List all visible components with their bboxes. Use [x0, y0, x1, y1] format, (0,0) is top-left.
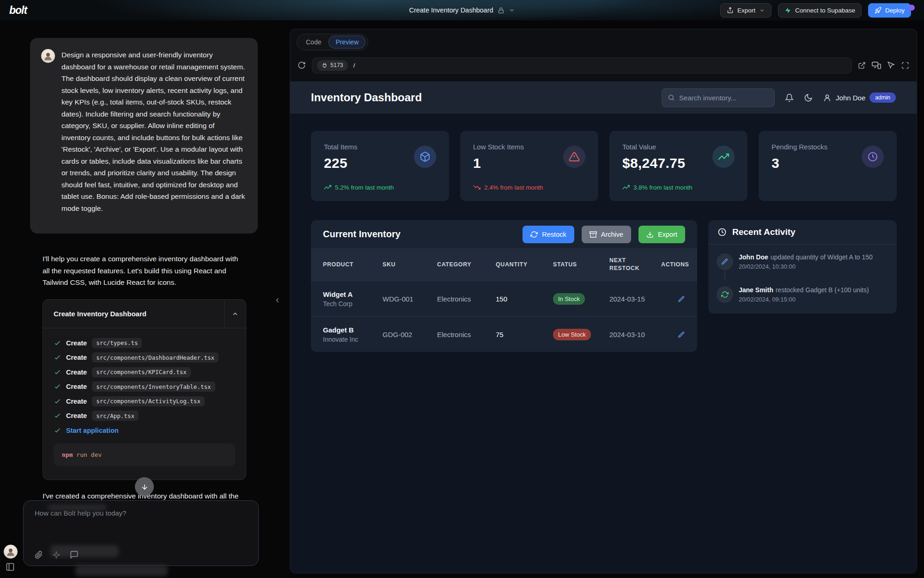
kpi-trend-text: 2.4% from last month — [484, 184, 543, 191]
step-file-chip[interactable]: src/components/KPICard.tsx — [92, 367, 191, 377]
bell-icon[interactable] — [785, 93, 794, 102]
inventory-table-header: PRODUCT SKU CATEGORY QUANTITY STATUS NEX… — [311, 248, 697, 281]
cell-quantity[interactable]: 75 — [496, 331, 553, 338]
activity-text: restocked Gadget B (+100 units) — [776, 286, 869, 294]
activity-header: Recent Activity — [708, 220, 897, 245]
reload-icon[interactable] — [298, 61, 306, 69]
check-icon — [54, 398, 61, 405]
topbar: bolt Create Inventory Dashboard Export C… — [0, 0, 924, 20]
external-link-icon[interactable] — [858, 61, 866, 69]
cell-quantity[interactable]: 150 — [496, 295, 553, 303]
activity-item: Jane Smith restocked Gadget B (+100 unit… — [717, 286, 869, 303]
check-icon — [54, 412, 61, 419]
product-name: Widget A — [323, 290, 383, 298]
url-bar[interactable]: 5173 / — [312, 57, 852, 74]
check-icon — [54, 354, 61, 361]
collapse-chat-button[interactable] — [274, 296, 281, 304]
chat-panel: Design a responsive and user-friendly in… — [0, 20, 289, 578]
export-button[interactable]: Export — [720, 3, 772, 18]
command-args: run dev — [76, 451, 102, 458]
url-path: / — [353, 62, 355, 69]
activity-time: 20/02/2024, 10:30:00 — [739, 263, 873, 270]
workflow-header: Create Inventory Dashboard — [43, 300, 246, 328]
product-name: Gadget B — [323, 326, 383, 334]
archive-button[interactable]: Archive — [582, 226, 631, 243]
role-badge: admin — [869, 92, 896, 103]
bolt-logo[interactable]: bolt — [9, 4, 27, 17]
search-input[interactable] — [679, 94, 762, 102]
cell-sku: GDG-002 — [383, 331, 437, 338]
redacted-blob — [48, 504, 107, 510]
topbar-actions: Export Connect to Supabase Deploy — [720, 3, 911, 18]
devices-icon[interactable] — [872, 61, 881, 70]
kpi-trend: 2.4% from last month — [473, 184, 543, 191]
user-menu[interactable]: John Doe admin — [823, 92, 896, 103]
kpi-total-value: Total Value $8,247.75 3.8% from last mon… — [609, 131, 748, 201]
cursor-inspect-icon[interactable] — [887, 61, 895, 69]
collapse-workflow-button[interactable] — [224, 300, 246, 328]
chat-input-box[interactable] — [23, 500, 259, 566]
port-pill[interactable]: 5173 — [317, 60, 348, 71]
paperclip-icon[interactable] — [35, 551, 43, 559]
panel-left-icon[interactable] — [6, 562, 15, 572]
product-supplier: Innovate Inc — [323, 336, 383, 343]
command-binary: npm — [62, 451, 73, 458]
workflow-step-start: Start application — [43, 423, 246, 438]
connect-supabase-button[interactable]: Connect to Supabase — [778, 3, 862, 18]
workflow-step: Create src/components/ActivityLog.tsx — [43, 394, 246, 409]
scroll-to-bottom-button[interactable] — [135, 477, 154, 496]
step-file-chip[interactable]: src/components/InventoryTable.tsx — [92, 381, 215, 392]
tab-preview[interactable]: Preview — [328, 36, 365, 49]
edit-row-button[interactable] — [661, 330, 685, 338]
package-icon — [414, 146, 436, 168]
moon-icon[interactable] — [804, 93, 813, 102]
fullscreen-icon[interactable] — [901, 61, 909, 69]
col-category: CATEGORY — [437, 261, 496, 268]
refresh-icon — [717, 286, 733, 303]
export-inventory-button[interactable]: Export — [638, 226, 685, 243]
col-sku: SKU — [383, 261, 437, 268]
zap-icon — [784, 7, 791, 14]
step-file-chip[interactable]: src/types.ts — [92, 338, 142, 348]
archive-label: Archive — [601, 231, 623, 238]
step-action: Create — [66, 412, 87, 419]
supabase-label: Connect to Supabase — [795, 7, 855, 14]
step-file-chip[interactable]: src/components/DashboardHeader.tsx — [92, 352, 219, 363]
col-next-restock: NEXT RESTOCK — [609, 257, 642, 272]
current-inventory-card: Current Inventory Restock Archive Export… — [311, 220, 697, 352]
deploy-label: Deploy — [885, 7, 905, 14]
check-icon — [54, 369, 61, 376]
port-number: 5173 — [330, 62, 343, 68]
edit-icon — [678, 295, 685, 303]
table-row: Widget A Tech Corp WDG-001 Electronics 1… — [311, 281, 697, 316]
kpi-cards: Total Items 225 5.2% from last month Low… — [311, 131, 897, 201]
col-actions: ACTIONS — [661, 261, 689, 268]
step-file-chip[interactable]: src/components/ActivityLog.tsx — [92, 396, 205, 406]
chat-input-toolbar — [35, 550, 79, 559]
chevron-down-icon[interactable] — [509, 7, 515, 13]
redacted-blob — [75, 565, 168, 576]
chevron-up-icon — [231, 310, 239, 318]
workflow-steps: Create src/types.ts Create src/component… — [43, 328, 246, 466]
edit-icon — [717, 253, 733, 270]
inventory-search[interactable] — [662, 88, 775, 107]
deploy-button[interactable]: Deploy — [868, 3, 911, 18]
tab-code[interactable]: Code — [299, 36, 328, 48]
notification-dot — [909, 5, 915, 11]
start-application-link[interactable]: Start application — [66, 427, 119, 434]
restock-button[interactable]: Restock — [523, 226, 574, 243]
sparkles-icon[interactable] — [52, 551, 61, 559]
account-avatar[interactable] — [4, 545, 18, 559]
user-name: John Doe — [836, 94, 865, 102]
edit-row-button[interactable] — [661, 295, 685, 303]
lock-icon[interactable] — [498, 7, 505, 14]
view-tabs: Code Preview — [297, 34, 368, 50]
product-supplier: Tech Corp — [323, 300, 383, 307]
message-square-icon[interactable] — [70, 550, 79, 559]
chat-input[interactable] — [35, 509, 229, 537]
terminal-command: npm run dev — [54, 443, 235, 466]
step-file-chip[interactable]: src/App.tsx — [92, 411, 139, 421]
step-action: Create — [66, 354, 87, 361]
edit-icon — [678, 331, 685, 338]
assistant-intro: I'll help you create a comprehensive inv… — [43, 253, 246, 289]
